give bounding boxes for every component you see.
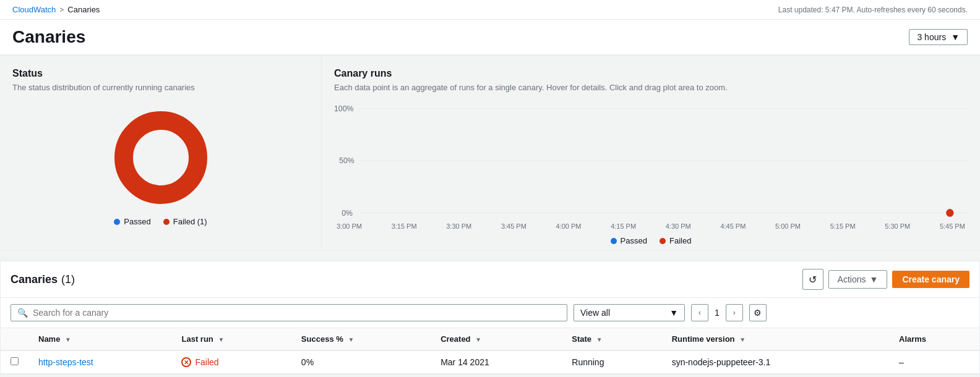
x-label-2: 3:30 PM: [446, 222, 471, 230]
donut-chart: [111, 108, 210, 207]
svg-text:0%: 0%: [342, 209, 353, 218]
runs-panel-title: Canary runs: [334, 68, 968, 79]
col-created[interactable]: Created ▼: [431, 328, 562, 350]
create-canary-button[interactable]: Create canary: [892, 271, 969, 288]
svg-text:50%: 50%: [339, 156, 355, 165]
next-page-button[interactable]: ›: [726, 304, 743, 321]
col-alarms: Alarms: [889, 328, 979, 350]
view-all-label: View all: [580, 308, 610, 318]
runs-panel-subtitle: Each data point is an aggregate of runs …: [334, 83, 968, 92]
settings-button[interactable]: ⚙: [749, 304, 767, 321]
row-checkbox-cell[interactable]: [1, 350, 28, 374]
actions-button[interactable]: Actions ▼: [828, 270, 888, 289]
canaries-data-table: Name ▼ Last run ▼ Success % ▼ Created ▼ …: [1, 328, 979, 374]
x-label-10: 5:30 PM: [885, 222, 910, 230]
col-state[interactable]: State ▼: [562, 328, 661, 350]
search-input[interactable]: [33, 308, 561, 318]
row-alarms-cell: –: [889, 350, 979, 374]
col-success-sort-icon: ▼: [348, 336, 354, 343]
dashboard-panels: Status The status distribution of curren…: [0, 56, 980, 251]
col-success[interactable]: Success % ▼: [291, 328, 431, 350]
x-label-4: 4:00 PM: [556, 222, 582, 230]
failed-circle-icon: ✕: [181, 357, 191, 367]
col-runtime[interactable]: Runtime version ▼: [662, 328, 889, 350]
auto-refresh-text: Last updated: 5:47 PM. Auto-refreshes ev…: [778, 6, 968, 14]
canaries-table-section: Canaries (1) ↺ Actions ▼ Create canary 🔍…: [0, 261, 980, 375]
page-title: Canaries: [12, 27, 85, 47]
runs-chart-legend: Passed Failed: [334, 236, 968, 245]
chart-passed-label: Passed: [621, 236, 647, 245]
col-name[interactable]: Name ▼: [28, 328, 171, 350]
donut-legend-passed: Passed: [114, 217, 150, 226]
chart-legend-passed: Passed: [611, 236, 647, 245]
table-header-row: Name ▼ Last run ▼ Success % ▼ Created ▼ …: [1, 328, 979, 350]
col-lastrun-sort-icon: ▼: [218, 336, 224, 343]
search-icon: 🔍: [17, 308, 28, 318]
chart-legend-failed: Failed: [660, 236, 691, 245]
donut-legend: Passed Failed (1): [114, 217, 207, 226]
hours-selector[interactable]: 3 hours ▼: [909, 29, 968, 45]
chart-x-labels: 3:00 PM 3:15 PM 3:30 PM 3:45 PM 4:00 PM …: [334, 222, 968, 230]
runs-panel: Canary runs Each data point is an aggreg…: [322, 56, 980, 250]
col-alarms-label: Alarms: [899, 334, 926, 344]
runs-chart-area[interactable]: 100% 50% 0% 3:00 PM 3:15 PM 3:30 PM 3:45…: [334, 102, 968, 238]
breadcrumb-cloudwatch[interactable]: CloudWatch: [12, 5, 56, 14]
x-label-3: 3:45 PM: [501, 222, 527, 230]
canaries-table-title: Canaries: [11, 273, 58, 286]
table-row: http-steps-test ✕ Failed 0% Mar 14 2021 …: [1, 350, 979, 374]
breadcrumb: CloudWatch > Canaries: [12, 5, 100, 14]
x-label-5: 4:15 PM: [611, 222, 636, 230]
status-panel-subtitle: The status distribution of currently run…: [12, 83, 309, 92]
col-state-label: State: [572, 334, 591, 344]
pagination: ‹ 1 ›: [691, 304, 743, 321]
x-label-1: 3:15 PM: [392, 222, 417, 230]
failed-dot: [163, 219, 170, 225]
row-name-cell: http-steps-test: [28, 350, 171, 374]
row-lastrun-badge: ✕ Failed: [181, 357, 281, 367]
row-lastrun-cell: ✕ Failed: [171, 350, 291, 374]
page-number: 1: [711, 308, 723, 318]
hours-arrow-icon: ▼: [951, 32, 960, 42]
row-runtime-value: syn-nodejs-puppeteer-3.1: [672, 357, 771, 367]
col-name-sort-icon: ▼: [65, 336, 71, 343]
breadcrumb-current: Canaries: [67, 5, 100, 14]
x-label-7: 4:45 PM: [720, 222, 746, 230]
search-box[interactable]: 🔍: [11, 304, 567, 321]
row-name-link[interactable]: http-steps-test: [38, 357, 93, 367]
refresh-button[interactable]: ↺: [802, 269, 823, 290]
col-runtime-label: Runtime version: [672, 334, 735, 344]
view-all-arrow-icon: ▼: [669, 308, 678, 318]
svg-text:100%: 100%: [334, 104, 353, 113]
col-state-sort-icon: ▼: [596, 336, 603, 343]
donut-chart-container: Passed Failed (1): [12, 102, 309, 232]
prev-page-button[interactable]: ‹: [691, 304, 708, 321]
x-label-9: 5:15 PM: [830, 222, 856, 230]
top-bar: CloudWatch > Canaries Last updated: 5:47…: [0, 0, 980, 20]
breadcrumb-separator: >: [59, 6, 64, 14]
hours-label: 3 hours: [917, 32, 946, 42]
failed-label: Failed (1): [173, 217, 207, 226]
row-created-cell: Mar 14 2021: [431, 350, 562, 374]
col-created-label: Created: [441, 334, 470, 344]
chart-passed-dot: [611, 238, 617, 244]
row-lastrun-label: Failed: [195, 357, 218, 367]
x-label-8: 5:00 PM: [775, 222, 801, 230]
row-alarms-value: –: [899, 357, 904, 367]
row-success-value: 0%: [301, 357, 314, 367]
canaries-table-count: (1): [61, 273, 75, 286]
svg-point-1: [142, 139, 179, 176]
svg-point-8: [946, 209, 953, 217]
view-all-select[interactable]: View all ▼: [574, 304, 685, 321]
col-created-sort-icon: ▼: [475, 336, 481, 343]
chart-failed-dot: [660, 238, 666, 244]
col-lastrun[interactable]: Last run ▼: [171, 328, 291, 350]
col-success-label: Success %: [301, 334, 343, 344]
chart-failed-label: Failed: [669, 236, 691, 245]
row-checkbox[interactable]: [11, 357, 19, 365]
passed-dot: [114, 219, 120, 225]
search-row: 🔍 View all ▼ ‹ 1 › ⚙: [1, 298, 979, 328]
table-header: Canaries (1) ↺ Actions ▼ Create canary: [1, 261, 979, 298]
runs-chart-svg: 100% 50% 0%: [334, 102, 968, 219]
passed-label: Passed: [124, 217, 150, 226]
table-actions: ↺ Actions ▼ Create canary: [802, 269, 969, 290]
